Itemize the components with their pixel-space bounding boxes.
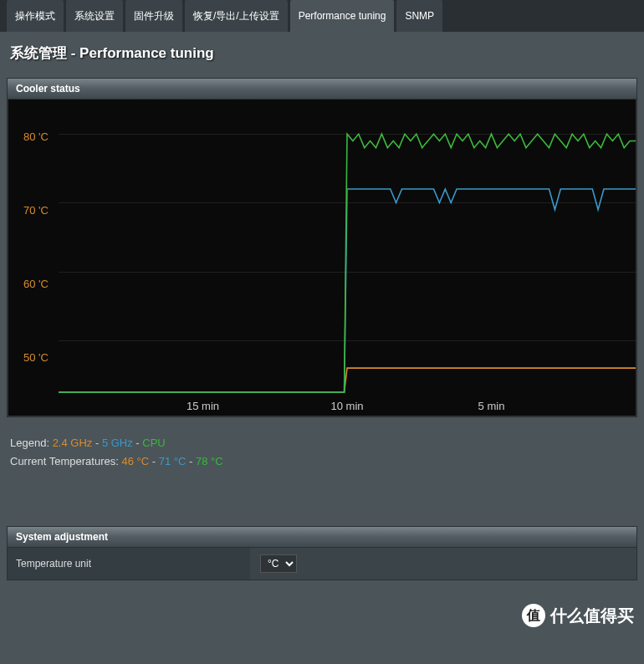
legend-series-5ghz: 5 GHz — [102, 437, 133, 449]
system-adjustment-panel: System adjustment Temperature unit °C — [7, 526, 637, 580]
tab-firmware-upgrade[interactable]: 固件升级 — [125, 0, 182, 32]
legend-line: Legend: 2.4 GHz - 5 GHz - CPU — [10, 434, 634, 452]
watermark-text: 什么值得买 — [550, 605, 634, 627]
watermark: 值 什么值得买 — [522, 604, 634, 627]
tab-bar: 操作模式 系统设置 固件升级 恢复/导出/上传设置 Performance tu… — [0, 0, 644, 32]
page-title: 系统管理 - Performance tuning — [7, 43, 637, 63]
x-tick-label: 15 min — [187, 400, 219, 412]
current-temp-5ghz: 71 °C — [159, 455, 187, 467]
cooler-status-panel: Cooler status 50 'C60 'C70 'C80 'C 15 mi… — [7, 78, 637, 417]
legend-series-cpu: CPU — [142, 437, 165, 449]
temp-unit-label: Temperature unit — [8, 548, 250, 580]
current-temps-label: Current Temperatures: — [10, 455, 119, 467]
tab-operation-mode[interactable]: 操作模式 — [7, 0, 64, 32]
tab-performance-tuning[interactable]: Performance tuning — [290, 0, 395, 32]
y-tick-label: 60 'C — [23, 277, 49, 289]
tab-system-settings[interactable]: 系统设置 — [66, 0, 123, 32]
page-content: 系统管理 - Performance tuning Cooler status … — [0, 32, 644, 595]
x-tick-label: 10 min — [330, 400, 363, 412]
legend-block: Legend: 2.4 GHz - 5 GHz - CPU Current Te… — [7, 426, 637, 479]
y-tick-label: 70 'C — [23, 203, 49, 216]
current-temp-24ghz: 46 °C — [121, 455, 149, 467]
x-tick-label: 5 min — [478, 400, 505, 412]
tab-snmp[interactable]: SNMP — [396, 0, 442, 32]
current-temps-line: Current Temperatures: 46 °C - 71 °C - 78… — [10, 452, 634, 471]
cooler-chart: 50 'C60 'C70 'C80 'C 15 min10 min5 min — [8, 99, 636, 416]
legend-series-24ghz: 2.4 GHz — [53, 437, 93, 449]
current-temp-cpu: 78 °C — [196, 455, 223, 467]
temp-unit-row: Temperature unit °C — [8, 547, 636, 580]
cooler-status-header: Cooler status — [8, 79, 636, 99]
system-adjustment-header: System adjustment — [8, 527, 636, 547]
temp-unit-select[interactable]: °C — [260, 554, 297, 573]
tab-restore-export-upload[interactable]: 恢复/导出/上传设置 — [185, 0, 288, 32]
y-tick-label: 50 'C — [23, 350, 49, 363]
watermark-icon: 值 — [522, 604, 545, 627]
chart-line-cpu — [59, 134, 636, 392]
chart-line-2.4ghz — [59, 368, 636, 392]
legend-label: Legend: — [10, 437, 49, 449]
chart-line-5ghz — [59, 189, 636, 392]
y-tick-label: 80 'C — [23, 130, 49, 142]
